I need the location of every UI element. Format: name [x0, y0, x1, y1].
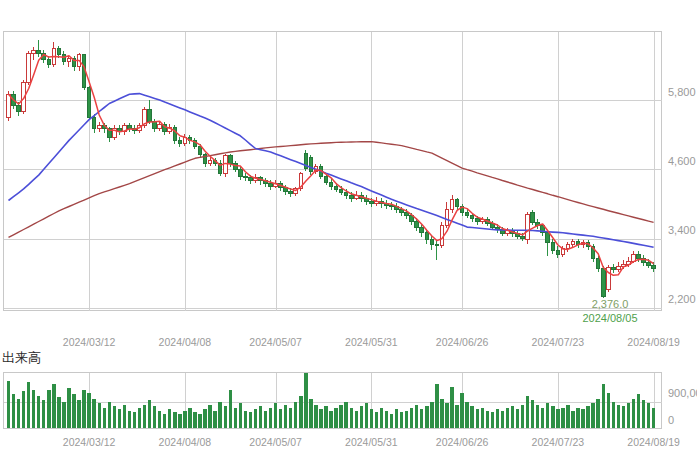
volume-bar: [12, 394, 15, 428]
candle-down: [329, 182, 333, 187]
volume-bar: [375, 412, 378, 428]
volume-bar: [420, 409, 423, 428]
volume-section-title: 出来高: [2, 349, 41, 367]
candle-down: [465, 212, 469, 215]
candle-down: [596, 258, 600, 268]
date-axis-label: 2024/03/12: [63, 336, 116, 348]
date-axis-label: 2024/04/08: [159, 436, 212, 448]
volume-bar: [390, 414, 393, 429]
volume-bar: [329, 411, 332, 429]
candle-down: [370, 201, 374, 204]
volume-bar: [541, 408, 544, 429]
volume-bar: [72, 394, 75, 428]
date-axis-label: 2024/03/12: [63, 436, 116, 448]
volume-bar: [173, 412, 176, 428]
volume-bar: [314, 405, 317, 429]
volume-bar: [546, 403, 549, 428]
volume-bar: [556, 409, 559, 428]
candle-down: [400, 210, 404, 213]
candle-down: [430, 240, 434, 245]
candle-down: [601, 269, 605, 297]
volume-bar: [622, 406, 625, 428]
volume-bar: [123, 405, 126, 429]
candle-up: [67, 58, 71, 61]
candle-down: [405, 213, 409, 216]
volume-bar: [612, 402, 615, 429]
volume-bar: [168, 409, 171, 428]
candle-down: [339, 190, 343, 193]
volume-bar: [264, 411, 267, 429]
volume-bar: [581, 409, 584, 428]
volume-bar: [163, 414, 166, 429]
volume-bar: [82, 390, 85, 429]
volume-bar: [47, 390, 50, 429]
volume-bar: [506, 408, 509, 429]
volume-bar: [410, 408, 413, 429]
volume-bar: [213, 411, 216, 429]
price-panel-border: [4, 32, 662, 311]
volume-bar: [183, 411, 186, 429]
volume-bar: [254, 409, 257, 428]
volume-bar: [193, 412, 196, 428]
volume-bar: [561, 408, 564, 429]
date-axis-label: 2024/05/31: [345, 336, 398, 348]
volume-bar: [445, 403, 448, 428]
volume-bar: [42, 400, 45, 428]
candle-up: [617, 266, 621, 269]
volume-bar: [269, 408, 272, 429]
volume-bar: [148, 400, 151, 428]
volume-bar: [395, 409, 398, 428]
volume-bar: [133, 412, 136, 428]
volume-bar: [450, 387, 453, 429]
candle-down: [249, 178, 253, 181]
volume-bar: [566, 405, 569, 429]
volume-bar: [536, 405, 539, 429]
date-axis-label: 2024/05/31: [345, 436, 398, 448]
volume-bar: [596, 399, 599, 429]
date-axis-label: 2024/08/19: [627, 436, 680, 448]
volume-bar: [309, 399, 312, 429]
volume-bar: [32, 390, 35, 429]
volume-bar: [440, 399, 443, 429]
volume-bar: [652, 408, 655, 429]
candle-down: [244, 176, 248, 178]
volume-bar: [103, 408, 106, 429]
gridlines-layer: [4, 32, 662, 429]
volume-bar: [208, 405, 211, 429]
volume-bar: [521, 405, 524, 429]
volume-bar: [586, 406, 589, 428]
candle-down: [420, 227, 424, 233]
volume-bar: [481, 408, 484, 429]
volume-bar: [511, 406, 514, 428]
annotation-low-date: 2024/08/05: [582, 312, 637, 324]
volume-bar: [249, 412, 252, 428]
volume-bar: [607, 393, 610, 429]
volume-bar: [244, 411, 247, 429]
candle-down: [47, 60, 51, 65]
volume-bar: [476, 409, 479, 428]
volume-bar: [57, 397, 60, 428]
volume-bar: [178, 414, 181, 429]
volume-bar: [400, 412, 403, 428]
volume-bar: [299, 396, 302, 429]
volume-bar: [637, 394, 640, 428]
volume-bar: [551, 406, 554, 428]
volume-bar: [642, 400, 645, 428]
volume-bar: [98, 403, 101, 428]
chart-canvas: 5,8004,6003,4002,200900,00002024/03/1220…: [0, 0, 697, 452]
volume-bar: [360, 406, 363, 428]
price-axis-label: 3,400: [668, 224, 696, 236]
volume-bar: [647, 403, 650, 428]
candle-down: [148, 110, 152, 122]
volume-bar: [77, 400, 80, 428]
volume-bar: [203, 409, 206, 428]
volume-bar: [627, 403, 630, 428]
moving-averages-layer: [9, 55, 654, 276]
price-axis-label: 2,200: [668, 293, 696, 305]
volume-bar: [380, 408, 383, 429]
candle-down: [57, 48, 61, 55]
volume-bar: [430, 402, 433, 429]
date-axis-label: 2024/05/07: [249, 436, 302, 448]
candle-down: [87, 88, 91, 117]
candle-up: [158, 124, 162, 129]
